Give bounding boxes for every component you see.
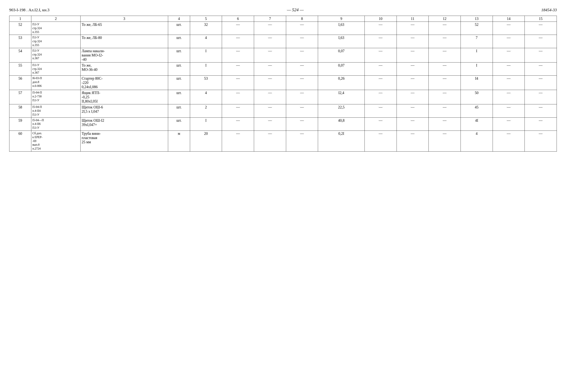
row-col8: —: [286, 104, 318, 117]
row-col8: —: [286, 48, 318, 62]
row-col6: —: [222, 62, 254, 75]
row-col10: —: [364, 22, 397, 35]
row-desc: Стартер 80С- -220 0,24xI,086: [80, 76, 168, 90]
row-col11: —: [397, 117, 429, 130]
row-col14: —: [493, 35, 525, 48]
row-col6: —: [222, 90, 254, 104]
row-num: 59: [9, 117, 31, 130]
row-col5: 4: [190, 35, 222, 48]
col-header-6: 6: [222, 16, 254, 22]
row-ref: I5-04—П п.4-II6 П.I-У: [31, 117, 80, 130]
row-col13: I: [461, 62, 493, 75]
row-col11: —: [397, 90, 429, 104]
row-col13: 4: [461, 130, 493, 151]
header-right: 18454-33: [541, 8, 557, 12]
row-col15: —: [525, 48, 557, 62]
row-col9: 0,26: [318, 76, 365, 90]
row-col9: 0,07: [318, 62, 365, 75]
row-col14: —: [493, 117, 525, 130]
col-header-11: 11: [397, 16, 429, 22]
row-col15: —: [525, 130, 557, 151]
row-unit: шт.: [168, 90, 190, 104]
row-col6: —: [222, 22, 254, 35]
table-row: 58I5-04-П п.4-II4 П.I-УЩиток ОШ-6 2I,5 x…: [9, 104, 557, 117]
col-header-8: 8: [286, 16, 318, 22]
row-col6: —: [222, 76, 254, 90]
row-num: 58: [9, 104, 31, 117]
row-col10: —: [364, 62, 397, 75]
row-col12: —: [429, 35, 461, 48]
row-ref: П.I-У стр.324 п.367: [31, 48, 80, 62]
row-unit: шт.: [168, 62, 190, 75]
row-col15: —: [525, 104, 557, 117]
row-col5: 20: [190, 130, 222, 151]
table-row: 54П.I-У стр.324 п.367Лампа накали- вания…: [9, 48, 557, 62]
row-col11: —: [397, 48, 429, 62]
row-desc: Щиток ОШ-I2 39xI,047=: [80, 117, 168, 130]
table-row: 53П.I-У стр.324 п.355То же, ЛБ-80шт.4———…: [9, 35, 557, 48]
row-num: 52: [9, 22, 31, 35]
row-desc: Щиток ОШ-6 2I,5 x I,047: [80, 104, 168, 117]
header-left: 903-I-198 . Ал.I2.I, кн.3: [9, 8, 49, 12]
row-col15: —: [525, 90, 557, 104]
row-col7: —: [254, 130, 286, 151]
row-col14: —: [493, 22, 525, 35]
row-col9: 40,8: [318, 117, 365, 130]
row-unit: шт.: [168, 117, 190, 130]
row-col13: 4I: [461, 117, 493, 130]
row-col13: 45: [461, 104, 493, 117]
row-col13: I: [461, 48, 493, 62]
col-header-9: 9: [318, 16, 365, 22]
row-col11: —: [397, 35, 429, 48]
row-col15: —: [525, 35, 557, 48]
row-col8: —: [286, 117, 318, 130]
row-ref: I5-04-П п.2-730 П.I-У: [31, 90, 80, 104]
row-col13: 7: [461, 35, 493, 48]
row-col7: —: [254, 76, 286, 90]
row-col5: I: [190, 62, 222, 75]
table-row: 60Сб.доп. к ЕРЕР- -69 вып.8 п.2724Труба …: [9, 130, 557, 151]
row-ref: П.I-У стр.324 п.355: [31, 35, 80, 48]
row-unit: шт.: [168, 76, 190, 90]
row-col12: —: [429, 130, 461, 151]
row-col15: —: [525, 76, 557, 90]
header-center: — 524 —: [287, 7, 304, 12]
row-col6: —: [222, 130, 254, 151]
row-col6: —: [222, 117, 254, 130]
row-unit: шт.: [168, 35, 190, 48]
row-col9: I2,4: [318, 90, 365, 104]
row-col12: —: [429, 62, 461, 75]
column-header-row: 1 2 3 4 5 6 7 8 9 10 11 12 13 14 15: [9, 16, 557, 22]
row-col11: —: [397, 104, 429, 117]
row-col14: —: [493, 48, 525, 62]
row-col6: —: [222, 104, 254, 117]
col-header-14: 14: [493, 16, 525, 22]
table-row: 55П.I-У стр.324 п.367То же, МО-36-40шт.I…: [9, 62, 557, 75]
row-unit: шт.: [168, 22, 190, 35]
row-unit: шт.: [168, 104, 190, 117]
col-header-10: 10: [364, 16, 397, 22]
row-col12: —: [429, 48, 461, 62]
col-header-2: 2: [31, 16, 80, 22]
row-col12: —: [429, 104, 461, 117]
row-col5: 2: [190, 104, 222, 117]
row-desc: Лампа накали- вания МО-I2- -40: [80, 48, 168, 62]
row-desc: Труба вини- пластовая 25 мм: [80, 130, 168, 151]
row-col6: —: [222, 48, 254, 62]
row-col9: I,63: [318, 35, 365, 48]
row-col12: —: [429, 22, 461, 35]
table-row: 59I5-04—П п.4-II6 П.I-УЩиток ОШ-I2 39xI,…: [9, 117, 557, 130]
row-col9: 0,2I: [318, 130, 365, 151]
row-col11: —: [397, 130, 429, 151]
row-unit: шт.: [168, 48, 190, 62]
row-col5: I: [190, 48, 222, 62]
row-col9: 22,5: [318, 104, 365, 117]
row-unit: м: [168, 130, 190, 151]
row-col14: —: [493, 130, 525, 151]
row-col9: 0,07: [318, 48, 365, 62]
main-table: 1 2 3 4 5 6 7 8 9 10 11 12 13 14 15 52П.…: [9, 16, 557, 152]
row-col13: I4: [461, 76, 493, 90]
table-row: 56I6-03-П доп.8 п.6-006Стартер 80С- -220…: [9, 76, 557, 90]
row-col7: —: [254, 48, 286, 62]
row-col7: —: [254, 104, 286, 117]
